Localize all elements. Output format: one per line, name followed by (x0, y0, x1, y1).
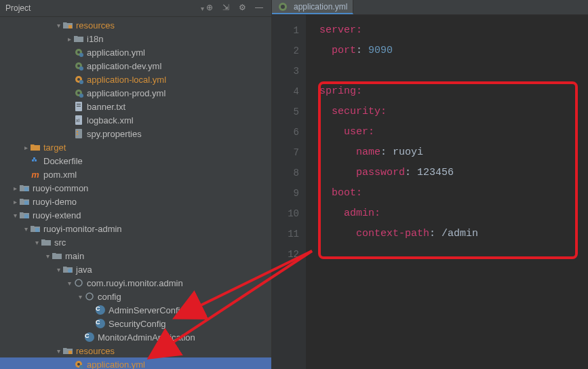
svg-point-33 (77, 363, 80, 366)
tree-label: ruoyi-monitor-admin (43, 224, 122, 234)
svg-rect-27 (35, 228, 39, 232)
tree-row[interactable]: ▾src (0, 235, 271, 249)
code-line[interactable]: security: (319, 102, 588, 122)
tree-row[interactable]: ▾java (0, 263, 271, 276)
tree-label: ruoyi-extend (33, 210, 81, 220)
line-number: 11 (272, 224, 299, 244)
tab-label: application.yml (294, 2, 347, 12)
tree-row[interactable]: ▾main (0, 249, 271, 263)
chevron-down-icon[interactable]: ▾ (54, 266, 62, 273)
java-folder-icon (62, 264, 73, 275)
chevron-right-icon[interactable]: ▸ (11, 184, 19, 192)
svg-rect-15 (77, 106, 81, 106)
hide-icon[interactable]: — (255, 3, 266, 14)
tree-row[interactable]: ▾ruoyi-extend (0, 208, 271, 222)
maven-icon: m (30, 169, 41, 180)
code-line[interactable]: boot: (319, 183, 588, 203)
tree-row[interactable]: CAdminServerConfig (0, 303, 271, 317)
tree-row[interactable]: mpom.xml (0, 168, 271, 181)
code-line[interactable]: context-path: /admin (319, 224, 588, 244)
tree-label: AdminServerConfig (109, 305, 185, 315)
collapse-icon[interactable]: ⇲ (222, 3, 233, 14)
project-tree: ▾resources▸i18napplication.ymlapplicatio… (0, 17, 271, 369)
folder-icon (52, 250, 62, 261)
code-line[interactable]: server: (319, 20, 588, 41)
panel-toolbar: ⊕ ⇲ ⚙ — (206, 3, 266, 14)
chevron-down-icon[interactable]: ▾ (11, 212, 19, 219)
svg-rect-20 (77, 134, 78, 135)
ide-root: Project ▾ ⊕ ⇲ ⚙ — ▾resources▸i18napplica… (0, 0, 588, 369)
chevron-down-icon[interactable]: ▾ (22, 225, 30, 233)
tree-label: application.yml (87, 360, 145, 370)
chevron-down-icon[interactable]: ▾ (54, 347, 62, 355)
svg-point-30 (86, 293, 93, 300)
target-icon[interactable]: ⊕ (206, 3, 217, 14)
tree-label: config (98, 292, 121, 302)
svg-point-34 (79, 365, 83, 369)
yml-sel-icon (73, 359, 84, 369)
code-line[interactable]: admin: (319, 203, 588, 224)
xml-icon: xl (73, 115, 84, 125)
chevron-down-icon[interactable]: ▾ (198, 5, 206, 12)
tree-row[interactable]: ▾resources (0, 344, 271, 357)
tree-label: application-dev.yml (87, 61, 161, 71)
tree-row[interactable]: ▸ruoyi-common (0, 181, 271, 195)
tree-label: resources (76, 20, 115, 31)
chevron-right-icon[interactable]: ▸ (11, 198, 19, 206)
tree-row[interactable]: ▾com.ruoyi.monitor.admin (0, 276, 271, 290)
tree-row[interactable]: application-prod.yml (0, 86, 271, 100)
svg-point-6 (79, 66, 83, 71)
tree-row[interactable]: CMonitorAdminApplication (0, 330, 271, 344)
docker-icon (30, 155, 41, 166)
tree-row[interactable]: xllogback.xml (0, 113, 271, 127)
props-icon (73, 128, 84, 139)
tree-row[interactable]: Dockerfile (0, 154, 271, 168)
tree-row[interactable]: banner.txt (0, 100, 271, 113)
tree-row[interactable]: ▸ruoyi-demo (0, 195, 271, 208)
line-number: 7 (272, 142, 299, 163)
code-line[interactable] (319, 244, 588, 265)
tree-label: banner.txt (87, 102, 125, 112)
line-number: 12 (272, 244, 299, 265)
svg-rect-31 (68, 351, 72, 354)
chevron-down-icon[interactable]: ▾ (76, 293, 84, 300)
svg-point-5 (77, 64, 80, 67)
tree-row[interactable]: application-dev.yml (0, 59, 271, 73)
project-panel: Project ▾ ⊕ ⇲ ⚙ — ▾resources▸i18napplica… (0, 0, 272, 369)
tree-row[interactable]: ▾ruoyi-monitor-admin (0, 222, 271, 235)
code-area[interactable]: server: port: 9090 spring: security: use… (306, 15, 588, 369)
chevron-right-icon[interactable]: ▸ (65, 35, 73, 43)
tab-application-yml[interactable]: application.yml (272, 0, 353, 14)
editor-body[interactable]: 123456789101112 server: port: 9090 sprin… (272, 15, 588, 369)
chevron-right-icon[interactable]: ▸ (22, 144, 30, 151)
code-line[interactable]: name: ruoyi (319, 142, 588, 163)
module-icon (30, 223, 41, 234)
tree-row[interactable]: ▾config (0, 290, 271, 303)
line-number: 5 (272, 102, 299, 122)
tree-row[interactable]: spy.properties (0, 127, 271, 140)
tree-row[interactable]: ▸i18n (0, 32, 271, 45)
tree-row[interactable]: application.yml (0, 45, 271, 59)
resources-icon (62, 20, 73, 31)
code-line[interactable]: user: (319, 122, 588, 142)
yml-icon (73, 60, 84, 71)
chevron-down-icon[interactable]: ▾ (54, 22, 62, 29)
code-line[interactable]: spring: (319, 81, 588, 102)
code-line[interactable]: password: 123456 (319, 163, 588, 183)
code-line[interactable] (319, 61, 588, 81)
tree-row[interactable]: CSecurityConfig (0, 317, 271, 330)
chevron-down-icon[interactable]: ▾ (33, 239, 41, 246)
tree-label: application-local.yml (87, 75, 166, 85)
gear-icon[interactable]: ⚙ (239, 3, 250, 14)
code-line[interactable]: port: 9090 (319, 41, 588, 61)
svg-rect-21 (32, 159, 34, 161)
tree-row[interactable]: application.yml (0, 357, 271, 369)
tree-row[interactable]: ▸target (0, 140, 271, 154)
tree-row[interactable]: application-local.yml (0, 73, 271, 86)
module-icon (19, 196, 30, 207)
svg-point-11 (77, 92, 80, 94)
tree-row[interactable]: ▾resources (0, 18, 271, 32)
tree-label: main (65, 251, 84, 261)
chevron-down-icon[interactable]: ▾ (65, 279, 73, 287)
chevron-down-icon[interactable]: ▾ (43, 252, 52, 260)
